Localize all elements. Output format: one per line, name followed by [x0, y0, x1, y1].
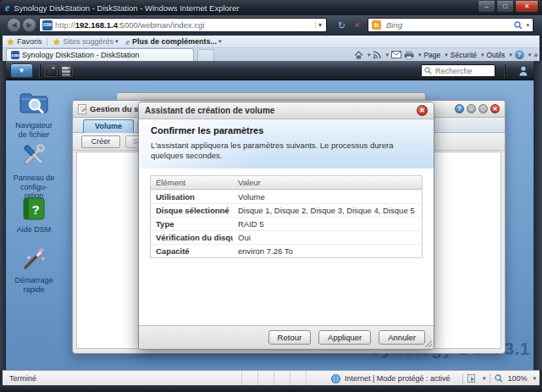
magic-wand-icon — [46, 65, 56, 75]
close-icon: ✕ — [493, 106, 498, 113]
more-addons-caret[interactable]: ▾ — [218, 38, 222, 45]
suggested-sites-link[interactable]: Sites suggérés — [63, 37, 113, 46]
zoom-level[interactable]: 100% — [507, 374, 527, 383]
storage-help-button[interactable]: ? — [455, 104, 464, 113]
tab-favicon: DSM — [11, 51, 19, 59]
desktop-icon-dsm-help[interactable]: ? Aide DSM — [9, 197, 58, 235]
maximize-button[interactable]: □ — [496, 1, 514, 13]
page-menu[interactable]: Page — [423, 51, 440, 59]
help-icon[interactable]: ? — [515, 50, 524, 59]
pilot-icon[interactable] — [518, 65, 528, 76]
apply-button[interactable]: Appliquer — [318, 330, 371, 345]
resize-handle[interactable] — [425, 340, 432, 347]
cancel-button[interactable]: Annuler — [379, 330, 425, 345]
zoom-caret[interactable]: ▾ — [533, 375, 536, 382]
param-name: Vérification du disque — [151, 231, 233, 244]
ie-logo-icon: e — [5, 2, 9, 14]
more-addons-link[interactable]: Plus de compléments... — [132, 37, 217, 46]
maximize-icon: □ — [503, 3, 507, 10]
dsm-search-box[interactable] — [421, 64, 495, 77]
divider — [39, 64, 40, 77]
title-bar: e Synology DiskStation - DiskStation - W… — [0, 0, 542, 15]
search-input[interactable] — [384, 19, 514, 30]
forward-icon: ▶ — [26, 21, 31, 29]
dsm-desktop: Navigateur de fichier Panneau de configu… — [6, 80, 534, 370]
minimize-button[interactable]: – — [478, 1, 495, 13]
favorites-star-icon: ★ — [7, 37, 14, 47]
bing-logo-icon: b — [372, 20, 381, 30]
search-options-caret[interactable]: ▾ — [526, 22, 529, 29]
favorites-label[interactable]: Favoris — [17, 37, 42, 46]
param-value: Disque 1, Disque 2, Disque 3, Disque 4, … — [233, 204, 422, 217]
home-caret[interactable]: ▾ — [368, 52, 371, 58]
help-caret[interactable]: ▾ — [528, 52, 532, 58]
rss-icon[interactable] — [373, 51, 381, 59]
stop-button[interactable]: ✕ — [351, 19, 363, 32]
wizard-body: Élément Valeur Utilisation Volume Disque… — [139, 168, 434, 325]
security-menu[interactable]: Sécurité — [451, 51, 477, 59]
page-caret[interactable]: ▾ — [445, 52, 448, 58]
suggested-sites-caret[interactable]: ▾ — [115, 38, 119, 45]
desktop-icon-label: Navigateur de fichier — [9, 121, 58, 139]
divider — [504, 64, 505, 77]
tab-diskstation[interactable]: DSM Synology DiskStation - DiskStation — [6, 48, 194, 61]
table-row: Disque sélectionné Disque 1, Disque 2, D… — [151, 203, 422, 217]
back-icon: ◀ — [11, 21, 16, 29]
dsm-search-input[interactable] — [434, 66, 488, 76]
overflow-chevron[interactable]: » — [534, 51, 538, 59]
storage-minimize-button[interactable]: – — [467, 104, 476, 113]
desktop-icon-quick-start[interactable]: Démarrage rapide — [9, 245, 58, 294]
wizard-titlebar[interactable]: Assistant de création de volume ✕ — [139, 102, 434, 119]
security-caret[interactable]: ▾ — [481, 52, 484, 58]
taskbar-quickstart-button[interactable] — [44, 63, 58, 77]
zoom-icon[interactable] — [495, 374, 503, 383]
search-box[interactable]: b ▾ — [368, 18, 534, 32]
print-caret[interactable]: ▾ — [418, 52, 422, 58]
desktop-icon-file-browser[interactable]: Navigateur de fichier — [9, 91, 58, 139]
url-path: :5000/webman/index.cgi — [118, 20, 204, 30]
storage-maximize-button[interactable]: □ — [478, 104, 488, 113]
address-dropdown-button[interactable]: ▾ — [315, 21, 324, 29]
close-button[interactable]: ✕ — [515, 1, 539, 13]
tools-caret[interactable]: ▾ — [509, 52, 512, 58]
divider — [47, 37, 47, 46]
quick-start-icon — [20, 245, 47, 271]
home-icon[interactable] — [354, 51, 363, 59]
divider — [489, 373, 490, 384]
tab-title: Synology DiskStation - DiskStation — [22, 51, 140, 59]
search-magnifier-icon[interactable] — [514, 21, 523, 30]
print-icon[interactable] — [404, 51, 414, 59]
divider — [462, 373, 463, 384]
forward-button[interactable]: ▶ — [22, 18, 36, 32]
compatibility-icon[interactable] — [467, 374, 477, 383]
tools-menu[interactable]: Outils — [487, 51, 506, 59]
storage-manager-icon — [61, 65, 71, 76]
back-button[interactable]: ◀ — [7, 18, 21, 32]
minimize-icon: – — [470, 106, 473, 112]
table-row: Capacité environ 7.26 To — [151, 244, 422, 257]
window-frame-left — [0, 61, 6, 370]
url-protocol: http:// — [55, 20, 75, 30]
main-menu-button[interactable]: ▼ — [10, 63, 33, 78]
address-bar[interactable]: DSM http://192.168.1.4:5000/webman/index… — [39, 18, 327, 32]
table-row: Type RAID 5 — [151, 217, 422, 230]
back-button[interactable]: Retour — [268, 330, 312, 345]
storage-close-button[interactable]: ✕ — [490, 104, 500, 113]
mail-icon[interactable] — [391, 51, 401, 58]
dsm-search-icon — [424, 67, 432, 75]
new-tab-button[interactable] — [197, 49, 214, 61]
param-name: Type — [151, 218, 233, 230]
taskbar-storage-button[interactable] — [59, 63, 73, 77]
wizard-close-button[interactable]: ✕ — [417, 105, 428, 116]
desktop-icon-control-panel[interactable]: Panneau de configu- ration — [9, 141, 58, 201]
rss-caret[interactable]: ▾ — [385, 52, 389, 58]
dsm-help-icon: ? — [22, 197, 46, 220]
refresh-button[interactable]: ↻ — [335, 19, 348, 32]
window-title: Synology DiskStation - DiskStation - Win… — [14, 3, 239, 13]
minimize-icon: – — [484, 3, 488, 10]
create-button[interactable]: Créer — [81, 135, 120, 148]
tab-volume[interactable]: Volume — [83, 119, 134, 133]
volume-wizard-dialog: Assistant de création de volume ✕ Confir… — [138, 102, 434, 350]
compatibility-caret[interactable]: ▾ — [483, 375, 486, 382]
param-name: Disque sélectionné — [151, 204, 233, 217]
